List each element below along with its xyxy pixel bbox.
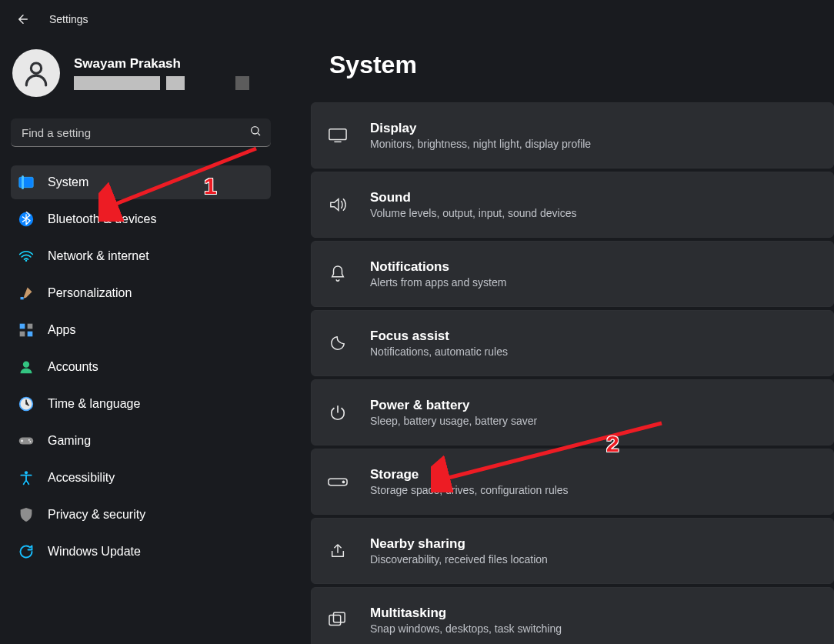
card-notifications[interactable]: Notifications Alerts from apps and syste…	[311, 241, 834, 307]
svg-rect-9	[28, 332, 33, 337]
card-subtitle: Alerts from apps and system	[370, 276, 506, 289]
bluetooth-icon	[18, 212, 34, 227]
svg-rect-7	[28, 324, 33, 329]
sidebar-item-label: Personalization	[48, 286, 132, 300]
card-subtitle: Notifications, automatic rules	[370, 345, 508, 358]
sidebar-item-label: Accessibility	[48, 471, 115, 485]
card-title: Multitasking	[370, 606, 562, 621]
sidebar-item-windows-update[interactable]: Windows Update	[11, 535, 271, 569]
sidebar-item-privacy-security[interactable]: Privacy & security	[11, 498, 271, 532]
sidebar-item-label: Gaming	[48, 434, 91, 448]
card-subtitle: Monitors, brightness, night light, displ…	[370, 138, 591, 150]
card-nearby-sharing[interactable]: Nearby sharing Discoverability, received…	[311, 518, 834, 584]
card-display[interactable]: Display Monitors, brightness, night ligh…	[311, 102, 834, 169]
avatar	[12, 49, 60, 97]
windows-icon	[327, 609, 349, 631]
sidebar-item-accessibility[interactable]: Accessibility	[11, 461, 271, 495]
profile-email-redacted	[74, 76, 249, 90]
sidebar-item-gaming[interactable]: Gaming	[11, 424, 271, 458]
arrow-left-icon	[16, 12, 30, 26]
svg-point-19	[342, 481, 344, 482]
sidebar-item-label: Privacy & security	[48, 508, 145, 522]
sidebar: Swayam Prakash System Bluetooth & device…	[11, 46, 271, 569]
sidebar-item-label: Time & language	[48, 397, 140, 411]
svg-point-1	[252, 127, 259, 134]
card-subtitle: Storage space, drives, configuration rul…	[370, 484, 569, 496]
svg-point-15	[29, 441, 31, 442]
sidebar-item-accounts[interactable]: Accounts	[11, 350, 271, 384]
card-title: Notifications	[370, 259, 506, 275]
drive-icon	[327, 471, 349, 492]
shield-icon	[18, 507, 34, 522]
card-storage[interactable]: Storage Storage space, drives, configura…	[311, 449, 834, 515]
speaker-icon	[327, 194, 349, 215]
power-icon	[327, 402, 349, 423]
back-button[interactable]	[14, 10, 32, 28]
card-focus-assist[interactable]: Focus assist Notifications, automatic ru…	[311, 310, 834, 376]
gamepad-icon	[18, 433, 34, 449]
main-content: System Display Monitors, brightness, nig…	[311, 43, 834, 644]
system-icon	[18, 175, 34, 190]
brush-icon	[18, 285, 34, 301]
accessibility-icon	[18, 470, 34, 486]
account-icon	[18, 359, 34, 375]
sidebar-item-personalization[interactable]: Personalization	[11, 276, 271, 310]
card-subtitle: Volume levels, output, input, sound devi…	[370, 207, 577, 219]
page-title: System	[329, 51, 834, 79]
update-icon	[18, 544, 34, 559]
card-power-battery[interactable]: Power & battery Sleep, battery usage, ba…	[311, 379, 834, 445]
profile[interactable]: Swayam Prakash	[12, 49, 269, 97]
card-title: Nearby sharing	[370, 536, 548, 552]
svg-point-14	[28, 439, 30, 441]
svg-rect-20	[329, 616, 341, 626]
card-subtitle: Sleep, battery usage, battery saver	[370, 415, 537, 427]
svg-point-10	[23, 362, 29, 368]
svg-rect-5	[21, 297, 24, 299]
card-title: Storage	[370, 467, 569, 482]
card-subtitle: Discoverability, received files location	[370, 553, 548, 566]
sidebar-item-network-internet[interactable]: Network & internet	[11, 239, 271, 273]
svg-point-4	[25, 260, 28, 262]
svg-point-16	[25, 471, 28, 474]
svg-rect-6	[20, 324, 25, 329]
display-icon	[327, 125, 349, 146]
card-sound[interactable]: Sound Volume levels, output, input, soun…	[311, 172, 834, 238]
apps-icon	[18, 322, 34, 338]
sidebar-item-apps[interactable]: Apps	[11, 313, 271, 347]
bell-icon	[327, 263, 349, 285]
card-title: Power & battery	[370, 398, 537, 413]
wifi-icon	[18, 249, 34, 264]
svg-point-0	[31, 63, 41, 73]
sidebar-item-label: Bluetooth & devices	[48, 212, 156, 226]
card-title: Sound	[370, 190, 577, 205]
header-title: Settings	[49, 13, 88, 25]
share-icon	[327, 540, 349, 562]
search-icon	[249, 125, 262, 140]
svg-rect-2	[19, 177, 33, 187]
search-input[interactable]	[11, 118, 271, 147]
sidebar-item-label: System	[48, 175, 88, 189]
sidebar-item-time-language[interactable]: Time & language	[11, 387, 271, 421]
svg-rect-17	[329, 129, 346, 140]
card-title: Display	[370, 121, 591, 136]
sidebar-item-label: Apps	[48, 323, 75, 337]
sidebar-item-label: Windows Update	[48, 545, 141, 559]
svg-rect-8	[20, 332, 25, 337]
sidebar-item-label: Accounts	[48, 360, 98, 374]
clock-icon	[18, 396, 34, 412]
svg-rect-21	[334, 612, 345, 622]
card-multitasking[interactable]: Multitasking Snap windows, desktops, tas…	[311, 587, 834, 644]
sidebar-item-system[interactable]: System	[11, 165, 271, 199]
sidebar-item-bluetooth-devices[interactable]: Bluetooth & devices	[11, 202, 271, 236]
sidebar-item-label: Network & internet	[48, 249, 149, 263]
card-subtitle: Snap windows, desktops, task switching	[370, 622, 562, 635]
moon-icon	[327, 332, 349, 354]
search-field[interactable]	[20, 125, 271, 140]
profile-name: Swayam Prakash	[74, 56, 249, 72]
card-title: Focus assist	[370, 329, 508, 344]
